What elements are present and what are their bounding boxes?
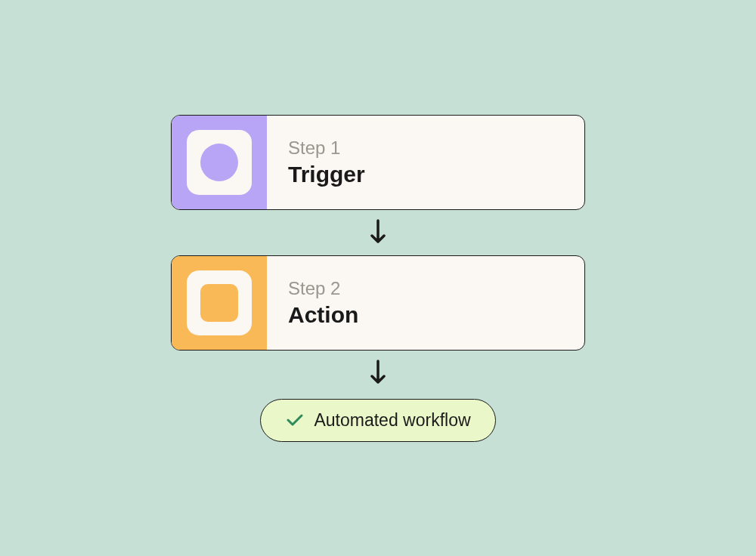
result-label: Automated workflow xyxy=(314,410,470,431)
icon-container xyxy=(187,130,252,195)
step-card-trigger: Step 1 Trigger xyxy=(171,115,585,210)
step-label: Step 2 xyxy=(288,278,563,299)
step-icon-section xyxy=(172,256,267,350)
result-pill: Automated workflow xyxy=(260,399,495,442)
arrow-down-icon xyxy=(367,358,389,388)
circle-icon xyxy=(200,144,238,181)
step-title: Action xyxy=(288,302,563,328)
step-card-action: Step 2 Action xyxy=(171,255,585,351)
step-content: Step 1 Trigger xyxy=(267,116,584,209)
arrow-connector xyxy=(367,210,389,255)
arrow-connector xyxy=(367,351,389,396)
step-title: Trigger xyxy=(288,162,563,187)
arrow-down-icon xyxy=(367,218,389,248)
step-icon-section xyxy=(172,116,267,209)
step-label: Step 1 xyxy=(288,137,563,159)
check-icon xyxy=(285,410,305,430)
step-content: Step 2 Action xyxy=(267,256,584,350)
icon-container xyxy=(187,270,252,335)
square-icon xyxy=(200,284,238,322)
